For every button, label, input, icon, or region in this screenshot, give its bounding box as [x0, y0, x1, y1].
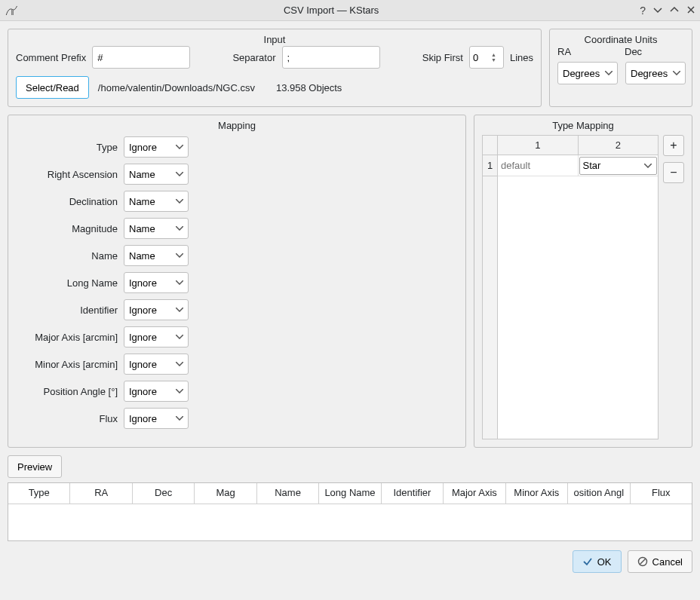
ok-button-label: OK	[597, 556, 612, 568]
spin-down-icon[interactable]: ▼	[491, 57, 502, 63]
mapping-select-8[interactable]: Ignore	[124, 354, 189, 375]
mapping-label-8: Minor Axis [arcmin]	[16, 359, 118, 370]
mapping-label-7: Major Axis [arcmin]	[16, 332, 118, 343]
minimize-icon[interactable]	[653, 5, 662, 17]
mapping-label-3: Magnitude	[16, 223, 118, 234]
tm-add-button[interactable]: +	[663, 135, 684, 156]
preview-col-7[interactable]: Major Axis	[444, 483, 505, 504]
app-icon	[5, 4, 18, 17]
tm-row1-label[interactable]: 1	[483, 155, 497, 176]
coord-units-group: Coordinate Units RA Dec Degrees Degrees	[549, 29, 692, 107]
mapping-select-5[interactable]: Ignore	[124, 272, 189, 293]
mapping-label-0: Type	[16, 142, 118, 153]
preview-table: TypeRADecMagNameLong NameIdentifierMajor…	[8, 482, 692, 541]
ra-label: RA	[557, 46, 617, 57]
mapping-label-6: Identifier	[16, 305, 118, 316]
mapping-label-4: Name	[16, 250, 118, 262]
preview-col-0[interactable]: Type	[8, 483, 70, 504]
comment-prefix-input[interactable]	[92, 46, 190, 69]
tm-row1-col1-input[interactable]	[498, 156, 578, 176]
preview-col-8[interactable]: Minor Axis	[506, 483, 568, 504]
mapping-select-4[interactable]: Name	[124, 245, 189, 266]
skip-first-spin[interactable]: ▲ ▼	[469, 46, 504, 69]
preview-col-2[interactable]: Dec	[133, 483, 195, 504]
mapping-label-2: Declination	[16, 196, 118, 207]
titlebar: CSV Import — KStars ?	[0, 0, 700, 21]
cancel-button[interactable]: Cancel	[628, 550, 692, 573]
type-mapping-group: Type Mapping 1 2 1	[474, 115, 692, 448]
mapping-select-2[interactable]: Name	[124, 191, 189, 212]
mapping-select-10[interactable]: Ignore	[124, 408, 189, 429]
mapping-select-7[interactable]: Ignore	[124, 326, 189, 347]
input-group: Input Comment Prefix Separator Skip Firs…	[8, 29, 542, 107]
ok-button[interactable]: OK	[573, 550, 622, 573]
separator-input[interactable]	[282, 46, 380, 69]
preview-col-9[interactable]: osition Angl	[568, 483, 630, 504]
mapping-label-9: Position Angle [°]	[16, 386, 118, 397]
input-group-title: Input	[8, 34, 541, 45]
skip-first-label: Skip First	[422, 52, 463, 63]
tm-col2-header[interactable]: 2	[579, 136, 659, 155]
separator-label: Separator	[232, 52, 275, 63]
mapping-label-10: Flux	[16, 413, 118, 424]
tm-remove-button[interactable]: −	[663, 162, 684, 183]
preview-col-4[interactable]: Name	[257, 483, 319, 504]
cancel-icon	[637, 556, 648, 567]
dec-label: Dec	[625, 46, 684, 57]
preview-button[interactable]: Preview	[8, 455, 62, 478]
comment-prefix-label: Comment Prefix	[16, 52, 86, 63]
mapping-select-1[interactable]: Name	[124, 164, 189, 185]
preview-col-3[interactable]: Mag	[195, 483, 256, 504]
check-icon	[582, 556, 593, 567]
preview-col-6[interactable]: Identifier	[382, 483, 444, 504]
mapping-group: Mapping TypeIgnoreRight AscensionNameDec…	[8, 115, 466, 448]
mapping-select-0[interactable]: Ignore	[124, 136, 189, 158]
select-read-button[interactable]: Select/Read	[16, 76, 89, 99]
preview-col-5[interactable]: Long Name	[319, 483, 381, 504]
type-mapping-title: Type Mapping	[474, 120, 692, 131]
lines-label: Lines	[510, 52, 533, 63]
mapping-title: Mapping	[8, 120, 465, 131]
spin-up-icon[interactable]: ▲	[491, 52, 502, 57]
close-icon[interactable]	[686, 5, 695, 17]
preview-col-10[interactable]: Flux	[631, 483, 692, 504]
mapping-select-3[interactable]: Name	[124, 218, 189, 239]
coord-units-title: Coordinate Units	[550, 34, 692, 45]
preview-col-1[interactable]: RA	[70, 483, 132, 504]
tm-row1-col2-select[interactable]: Star	[579, 157, 658, 175]
objects-count: 13.958 Objects	[276, 82, 342, 93]
help-icon[interactable]: ?	[640, 5, 646, 17]
cancel-button-label: Cancel	[652, 556, 683, 568]
file-path: /home/valentin/Downloads/NGC.csv	[98, 82, 255, 93]
mapping-select-6[interactable]: Ignore	[124, 299, 189, 320]
tm-corner	[483, 136, 498, 155]
dec-select[interactable]: Degrees	[625, 62, 686, 84]
mapping-label-5: Long Name	[16, 277, 118, 289]
skip-first-value[interactable]	[470, 51, 491, 65]
tm-col1-header[interactable]: 1	[498, 136, 579, 155]
mapping-label-1: Right Ascension	[16, 169, 118, 180]
window-title: CSV Import — KStars	[23, 5, 640, 16]
maximize-icon[interactable]	[670, 5, 679, 17]
mapping-select-9[interactable]: Ignore	[124, 381, 189, 402]
ra-select[interactable]: Degrees	[557, 62, 618, 84]
